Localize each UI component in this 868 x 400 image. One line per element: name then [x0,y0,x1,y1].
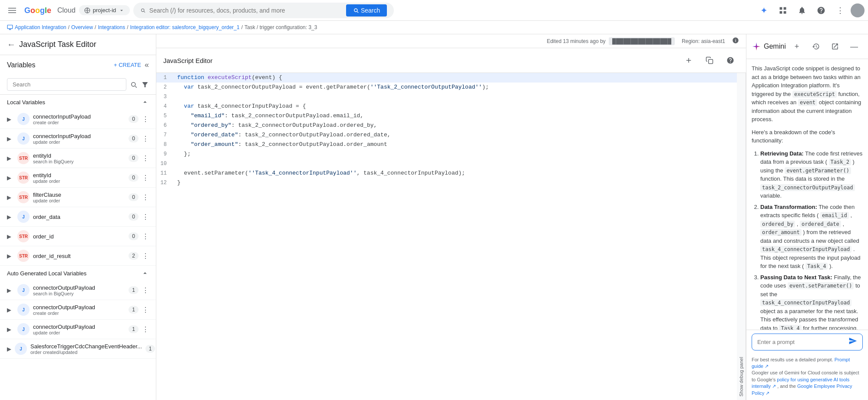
left-panel-header: ← JavaScript Task Editor [0,34,156,55]
editor-icons [680,52,739,69]
expand-icon[interactable]: ▶ [7,155,14,162]
gemini-point-3: Passing Data to Next Task: Finally, the … [760,273,863,330]
variable-search-input[interactable] [7,78,126,91]
expand-icon[interactable]: ▶ [7,116,14,122]
var-item-order-data[interactable]: ▶ J order_data 0 ⋮ [0,207,156,227]
expand-icon[interactable]: ▶ [7,346,11,352]
var-item-entityid-search[interactable]: ▶ STR entityId search in BigQuery 0 ⋮ [0,149,156,168]
expand-icon[interactable]: ▶ [7,175,14,181]
expand-icon[interactable]: ▶ [7,136,14,142]
svg-rect-6 [780,7,782,10]
var-badge-json: J [15,343,27,355]
var-badge-json: J [17,284,30,296]
code-line-4: 4 var task_4_connectorInputPayload = { [156,102,737,111]
user-avatar[interactable] [851,3,865,17]
expand-icon[interactable]: ▶ [7,307,14,313]
var-badge-json: J [17,132,30,145]
var-item-connectoroutput-create[interactable]: ▶ J connectorOutputPayload create order … [0,300,156,320]
code-line-9: 9 }; [156,149,737,159]
var-menu-button[interactable]: ⋮ [142,306,149,314]
gemini-close-button[interactable]: — [845,38,863,55]
left-panel: ← JavaScript Task Editor Variables + CRE… [0,34,156,400]
code-editor[interactable]: 1 function executeScript(event) { 2 var … [156,73,737,400]
breadcrumb-application-integration[interactable]: Application Integration [15,24,66,30]
gemini-topbar-button[interactable]: ✦ [755,2,772,19]
var-item-connectoroutput-update[interactable]: ▶ J connectorOutputPayload update order … [0,320,156,339]
help-button[interactable] [812,2,830,19]
gallery-button[interactable] [774,2,792,19]
gemini-title: Gemini [752,42,786,51]
var-menu-button[interactable]: ⋮ [142,252,149,260]
gemini-send-button[interactable] [848,337,857,347]
region-label: Region: asia-east1 [682,38,725,44]
more-options-button[interactable]: ⋮ [832,2,849,19]
code-line-8: 8 "order_amount": task_2_connectorOutput… [156,140,737,149]
var-item-order-id-result[interactable]: ▶ STR order_id_result 2 ⋮ [0,246,156,266]
code-line-10: 10 [156,159,737,169]
gemini-actions: + — [788,38,863,55]
help-code-button[interactable] [722,52,739,69]
var-item-connectoroutput-search[interactable]: ▶ J connectorOutputPayload search in Big… [0,281,156,300]
expand-icon[interactable]: ▶ [7,253,14,259]
var-badge-json: J [17,211,30,223]
collapse-local-icon [141,98,149,106]
var-menu-button[interactable]: ⋮ [142,174,149,182]
var-item-connectorinputpayload-update[interactable]: ▶ J connectorInputPayload update order 0… [0,129,156,149]
code-line-5: 5 "email_id": task_2_connectorOutputPayl… [156,111,737,121]
var-menu-button[interactable]: ⋮ [142,213,149,221]
search-button[interactable]: Search [346,4,387,17]
expand-icon[interactable]: ▶ [7,326,14,333]
var-item-entityid-update[interactable]: ▶ STR entityId update order 0 ⋮ [0,168,156,188]
var-menu-button[interactable]: ⋮ [142,115,149,123]
info-icon[interactable] [732,37,739,45]
var-menu-button[interactable]: ⋮ [142,286,149,294]
svg-rect-1 [8,10,16,11]
var-item-order-id[interactable]: ▶ STR order_id 0 ⋮ [0,227,156,246]
create-variable-button[interactable]: + CREATE [114,62,141,68]
gemini-panel: Gemini + — This JavaScript code snippet … [746,34,868,400]
collapse-panel-button[interactable]: « [145,60,149,69]
menu-button[interactable] [3,2,21,19]
local-variables-title: Local Variables [7,99,45,106]
collapse-auto-icon [141,269,149,277]
gemini-add-button[interactable]: + [788,38,805,55]
global-search-bar[interactable]: Search [133,3,394,18]
project-selector[interactable]: project-id [79,5,130,15]
back-button[interactable]: ← [7,40,16,50]
gemini-prompt-input[interactable] [757,339,845,345]
var-item-connectorinputpayload-create[interactable]: ▶ J connectorInputPayload create order 0… [0,109,156,129]
svg-text:Google: Google [24,6,51,15]
global-search-input[interactable] [149,7,343,14]
code-line-1: 1 function executeScript(event) { [156,73,737,83]
var-item-salesforce-trigger[interactable]: ▶ J SalesforceTriggerCdcChangeEventHeade… [0,339,156,359]
var-menu-button[interactable]: ⋮ [142,325,149,334]
var-menu-button[interactable]: ⋮ [142,232,149,241]
breadcrumb-integrations[interactable]: Integrations [98,24,125,30]
var-item-filterclause[interactable]: ▶ STR filterClause update order 0 ⋮ [0,188,156,207]
gemini-open-button[interactable] [826,38,844,55]
expand-icon[interactable]: ▶ [7,287,14,294]
copy-code-button[interactable] [701,52,718,69]
var-menu-button[interactable]: ⋮ [142,193,149,202]
expand-icon[interactable]: ▶ [7,194,14,201]
editor-title: JavaScript Editor [163,57,212,64]
gemini-input-row [752,334,863,350]
auto-variables-section[interactable]: Auto Generated Local Variables [0,266,156,281]
add-code-button[interactable] [680,52,697,69]
code-editor-panel: Edited 13 minutes ago by ███████████████… [156,34,746,400]
notifications-button[interactable] [793,2,811,19]
gemini-content: This JavaScript code snippet is designed… [746,59,868,330]
edit-user: ████████████████ [609,37,675,45]
breadcrumb-overview[interactable]: Overview [71,24,93,30]
local-variables-section[interactable]: Local Variables [0,95,156,109]
var-menu-button[interactable]: ⋮ [142,154,149,162]
expand-icon[interactable]: ▶ [7,214,14,220]
var-badge-json: J [17,113,30,125]
var-menu-button[interactable]: ⋮ [142,135,149,143]
svg-rect-8 [780,11,782,13]
show-debug-panel-button[interactable]: Show debug panel [737,73,746,400]
expand-icon[interactable]: ▶ [7,233,14,240]
filter-icon[interactable] [141,81,149,89]
breadcrumb-integration-editor[interactable]: Integration editor: salesforce_bigquery_… [130,24,240,30]
gemini-history-button[interactable] [807,38,825,55]
